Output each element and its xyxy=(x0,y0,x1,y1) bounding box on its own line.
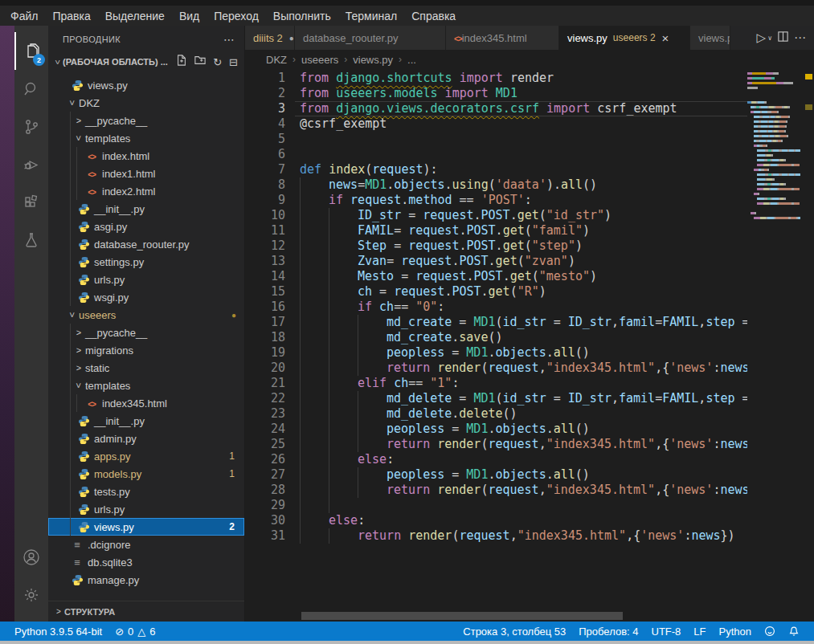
code-token: = xyxy=(444,467,466,482)
tree-folder-templates[interactable]: >templates xyxy=(48,129,244,147)
feedback-icon[interactable] xyxy=(758,626,782,637)
testing-icon[interactable] xyxy=(14,221,48,259)
status-item[interactable]: Пробелов: 4 xyxy=(572,626,644,638)
code-line-17: md_create = MD1(id_str = ID_str,famil=FA… xyxy=(300,315,747,330)
tree-item-manage-py[interactable]: manage.py xyxy=(48,571,244,589)
tree-folder-templates[interactable]: >templates xyxy=(48,377,244,394)
search-icon[interactable] xyxy=(14,70,48,108)
new-folder-icon[interactable] xyxy=(194,55,206,69)
code-token: step xyxy=(706,391,734,406)
run-file-button[interactable]: ▷∨ xyxy=(757,31,772,45)
tab-index345-html[interactable]: <>index345.html xyxy=(446,26,559,50)
tree-folder-DKZ[interactable]: >DKZ xyxy=(48,94,244,112)
tree-item-__init__-py[interactable]: __init__.py xyxy=(48,412,244,430)
menu-item[interactable]: Терминал xyxy=(338,8,404,24)
tab-diiits-2[interactable]: diiits 2● xyxy=(245,26,295,50)
breadcrumb-item[interactable]: ... xyxy=(407,54,416,66)
menu-item[interactable]: Выполнить xyxy=(266,8,338,24)
menu-item[interactable]: Файл xyxy=(3,8,45,24)
tree-item-label: index1.html xyxy=(102,168,155,180)
tree-folder-__pycache__[interactable]: >__pycache__ xyxy=(48,324,244,341)
tree-item-db-sqlite3[interactable]: ≡db.sqlite3 xyxy=(48,553,244,571)
menu-item[interactable]: Справка xyxy=(404,8,463,24)
explorer-badge: 2 xyxy=(33,54,45,66)
refresh-icon[interactable]: ↻ xyxy=(213,57,222,67)
indent-guide xyxy=(329,467,358,483)
tree-item-models-py[interactable]: models.py1 xyxy=(48,465,244,483)
tree-item-__init__-py[interactable]: __init__.py xyxy=(48,200,244,218)
tree-item-wsgi-py[interactable]: wsgi.py xyxy=(48,288,244,306)
py-file-icon xyxy=(77,503,90,516)
explorer-icon[interactable]: 2 xyxy=(14,32,48,70)
more-actions-icon[interactable]: ⋯ xyxy=(223,33,235,46)
indent-guide xyxy=(300,391,329,406)
status-item[interactable]: Строка 3, столбец 53 xyxy=(456,626,572,638)
breadcrumb-item[interactable]: views.py xyxy=(353,54,393,66)
problems-status[interactable]: ⊘ 0 △ 6 xyxy=(108,626,162,638)
new-file-icon[interactable] xyxy=(176,55,187,69)
code-token: news xyxy=(720,361,747,375)
code-token: Zvan xyxy=(358,254,387,268)
code-token: = xyxy=(394,223,408,238)
tree-item-urls-py[interactable]: urls.py xyxy=(48,271,244,288)
breadcrumb-item[interactable]: useeers xyxy=(301,54,338,66)
menu-item[interactable]: Выделение xyxy=(98,8,172,24)
tab-views-py[interactable]: views.pyuseeers 2× xyxy=(559,26,690,50)
editor-more-actions-icon[interactable]: ⋯ xyxy=(794,31,806,45)
tree-item-asgi-py[interactable]: asgi.py xyxy=(48,218,244,235)
split-editor-icon[interactable] xyxy=(777,31,789,46)
outline-section-header[interactable]: > СТРУКТУРА xyxy=(48,601,244,622)
tree-item-apps-py[interactable]: apps.py1 xyxy=(48,447,244,465)
tree-item-database_roouter-py[interactable]: database_roouter.py xyxy=(48,235,244,253)
workspace-section-header[interactable]: > (РАБОЧАЯ ОБЛАСТЬ) ... ↻ ⊟ xyxy=(48,53,244,71)
tree-item-index345-html[interactable]: <>index345.html xyxy=(48,394,244,412)
horizontal-scrollbar[interactable] xyxy=(301,612,623,620)
editor[interactable]: 1234567891011121314151617181920212223242… xyxy=(245,69,814,622)
code-token: ) xyxy=(604,208,612,222)
settings-gear-icon[interactable] xyxy=(14,576,48,613)
python-interpreter-status[interactable]: Python 3.9.5 64-bit xyxy=(8,626,108,638)
tree-folder-__pycache__[interactable]: >__pycache__ xyxy=(48,112,244,129)
file-file-icon: ≡ xyxy=(71,539,84,551)
run-debug-icon[interactable] xyxy=(14,145,48,183)
status-item[interactable]: LF xyxy=(687,626,712,638)
activity-bar: 2 xyxy=(14,26,48,622)
code-token: . xyxy=(546,422,554,436)
menu-item[interactable]: Правка xyxy=(45,8,97,24)
code-token: request xyxy=(423,208,473,222)
tree-folder-static[interactable]: >static xyxy=(48,359,244,377)
code-token: POST xyxy=(474,269,503,283)
minimap[interactable] xyxy=(747,71,804,220)
status-item[interactable]: UTF-8 xyxy=(645,626,688,638)
tab-label: diiits 2 xyxy=(253,32,283,44)
close-icon[interactable]: × xyxy=(662,31,669,45)
tree-item-views-py[interactable]: views.py xyxy=(48,76,244,94)
tree-item-settings-py[interactable]: settings.py xyxy=(48,253,244,271)
tree-folder-useeers[interactable]: >useeers● xyxy=(48,306,244,324)
tree-item-tests-py[interactable]: tests.py xyxy=(48,483,244,500)
tab-database_roouter-py[interactable]: database_roouter.py xyxy=(295,26,446,50)
menu-item[interactable]: Переход xyxy=(207,8,266,24)
tree-item--dcignore[interactable]: ≡.dcignore xyxy=(48,536,244,553)
status-item[interactable]: Python xyxy=(713,626,758,638)
account-icon[interactable] xyxy=(14,538,48,576)
tree-item-admin-py[interactable]: admin.py xyxy=(48,430,244,447)
tree-item-index2-html[interactable]: <>index2.html xyxy=(48,182,244,200)
code-token: ch xyxy=(358,284,372,299)
tab-views-py[interactable]: views.py xyxy=(690,26,730,50)
extensions-icon[interactable] xyxy=(14,183,48,221)
breadcrumb-item[interactable]: DKZ xyxy=(266,54,287,66)
overview-ruler[interactable] xyxy=(804,69,814,622)
tree-item-urls-py[interactable]: urls.py xyxy=(48,500,244,518)
menu-item[interactable]: Вид xyxy=(172,8,207,24)
source-control-icon[interactable] xyxy=(14,108,48,145)
code-token: = xyxy=(387,238,408,253)
collapse-folders-icon[interactable]: ⊟ xyxy=(229,57,238,67)
tree-folder-migrations[interactable]: >migrations xyxy=(48,341,244,359)
notifications-bell-icon[interactable] xyxy=(782,626,806,637)
tree-item-label: __init__.py xyxy=(94,415,145,427)
code-token: () xyxy=(503,406,517,421)
tree-item-index-html[interactable]: <>index.html xyxy=(48,147,244,165)
tree-item-index1-html[interactable]: <>index1.html xyxy=(48,165,244,182)
tree-item-views-py[interactable]: views.py2 xyxy=(48,518,244,536)
